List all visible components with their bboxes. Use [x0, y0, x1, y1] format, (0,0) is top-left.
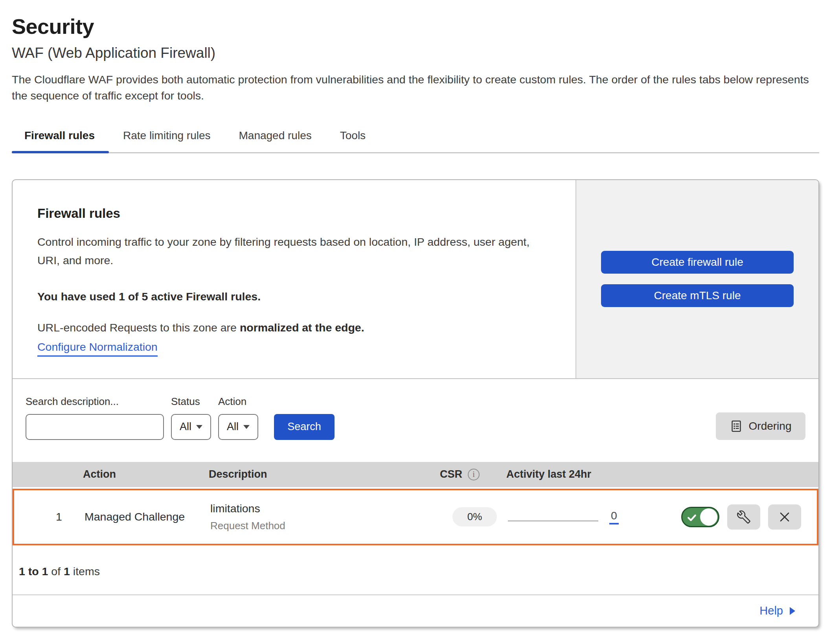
pagination-count: 1	[64, 565, 70, 578]
column-header-description: Description	[209, 468, 440, 480]
rule-csr-cell: 0%	[441, 507, 508, 526]
create-rule-panel: Create firewall rule Create mTLS rule	[575, 180, 818, 378]
check-icon	[686, 512, 698, 524]
help-link[interactable]: Help	[759, 604, 796, 617]
help-link-label: Help	[759, 604, 783, 617]
tab-tools-label: Tools	[340, 129, 366, 142]
create-firewall-rule-button[interactable]: Create firewall rule	[601, 251, 794, 274]
rule-controls	[638, 504, 817, 530]
rules-filter-bar: Search description... Status All Action	[13, 379, 818, 462]
waf-tab-bar: Firewall rules Rate limiting rules Manag…	[12, 129, 819, 153]
delete-rule-button[interactable]	[768, 504, 801, 530]
csr-header-label: CSR	[440, 468, 462, 480]
info-icon[interactable]: i	[468, 469, 480, 480]
column-header-activity: Activity last 24hr	[506, 468, 636, 480]
search-input[interactable]	[33, 415, 180, 439]
normalization-note: URL-encoded Requests to this zone are no…	[37, 321, 560, 334]
wrench-icon	[737, 510, 750, 524]
activity-count-link[interactable]: 0	[609, 509, 619, 524]
tab-rate-limiting-rules[interactable]: Rate limiting rules	[109, 129, 225, 152]
help-arrow-icon	[789, 606, 796, 616]
create-mtls-rule-button[interactable]: Create mTLS rule	[601, 284, 794, 307]
normalization-note-text: URL-encoded Requests to this zone are	[37, 321, 240, 334]
table-pagination-summary: 1 to 1 of 1 items	[13, 545, 818, 594]
tab-managed-rules[interactable]: Managed rules	[225, 129, 326, 152]
firewall-rules-card: Firewall rules Control incoming traffic …	[12, 179, 819, 627]
rule-action: Managed Challenge	[85, 510, 210, 523]
status-filter: Status All	[171, 396, 211, 440]
card-description: Control incoming traffic to your zone by…	[37, 233, 548, 270]
rule-enabled-toggle[interactable]	[681, 507, 719, 527]
activity-sparkline	[508, 521, 598, 521]
rules-table-header: Action Description CSR i Activity last 2…	[13, 462, 818, 487]
page-subtitle: WAF (Web Application Firewall)	[12, 45, 819, 61]
toggle-knob	[700, 508, 717, 526]
waf-security-page: Security WAF (Web Application Firewall) …	[0, 0, 831, 627]
column-header-csr: CSR i	[440, 468, 506, 480]
action-label: Action	[218, 396, 258, 408]
firewall-rules-info: Firewall rules Control incoming traffic …	[13, 180, 575, 378]
normalization-note-bold: normalized at the edge.	[240, 321, 364, 334]
pagination-range: 1 to 1	[19, 565, 48, 578]
action-select-value: All	[227, 421, 239, 433]
status-select-value: All	[180, 421, 191, 433]
status-label: Status	[171, 396, 211, 408]
usage-summary: You have used 1 of 5 active Firewall rul…	[37, 290, 560, 303]
tab-tools[interactable]: Tools	[326, 129, 380, 152]
search-button[interactable]: Search	[274, 414, 335, 440]
column-header-action: Action	[83, 468, 209, 480]
rule-description-cell: limitations Request Method	[210, 502, 441, 532]
ordering-button[interactable]: Ordering	[716, 412, 805, 440]
x-icon	[777, 509, 792, 525]
ordering-button-label: Ordering	[749, 420, 792, 432]
firewall-rule-row[interactable]: 1 Managed Challenge limitations Request …	[13, 489, 818, 545]
rule-description: limitations	[210, 502, 441, 515]
search-filter: Search description...	[26, 396, 164, 440]
page-description: The Cloudflare WAF provides both automat…	[12, 72, 819, 104]
card-heading: Firewall rules	[37, 206, 560, 221]
search-input-box[interactable]	[26, 414, 164, 440]
page-title: Security	[12, 14, 819, 39]
firewall-rules-overview: Firewall rules Control incoming traffic …	[13, 180, 818, 379]
pagination-of: of	[48, 565, 64, 578]
csr-badge: 0%	[452, 507, 497, 526]
tab-rate-limiting-rules-label: Rate limiting rules	[123, 129, 211, 142]
action-select[interactable]: All	[218, 414, 258, 440]
tab-firewall-rules-label: Firewall rules	[24, 129, 95, 142]
rule-priority: 1	[33, 510, 85, 523]
configure-normalization-link[interactable]: Configure Normalization	[37, 340, 158, 357]
rule-description-detail: Request Method	[210, 520, 441, 532]
chevron-down-icon	[196, 425, 202, 429]
action-filter: Action All	[218, 396, 258, 440]
tab-firewall-rules[interactable]: Firewall rules	[12, 129, 109, 152]
edit-rule-button[interactable]	[727, 504, 760, 530]
status-select[interactable]: All	[171, 414, 211, 440]
ordering-list-icon	[730, 420, 743, 433]
rule-activity-cell: 0	[508, 509, 638, 524]
search-label: Search description...	[26, 396, 164, 408]
tab-managed-rules-label: Managed rules	[239, 129, 312, 142]
pagination-items: items	[70, 565, 100, 578]
help-bar: Help	[13, 594, 818, 627]
chevron-down-icon	[243, 425, 250, 429]
